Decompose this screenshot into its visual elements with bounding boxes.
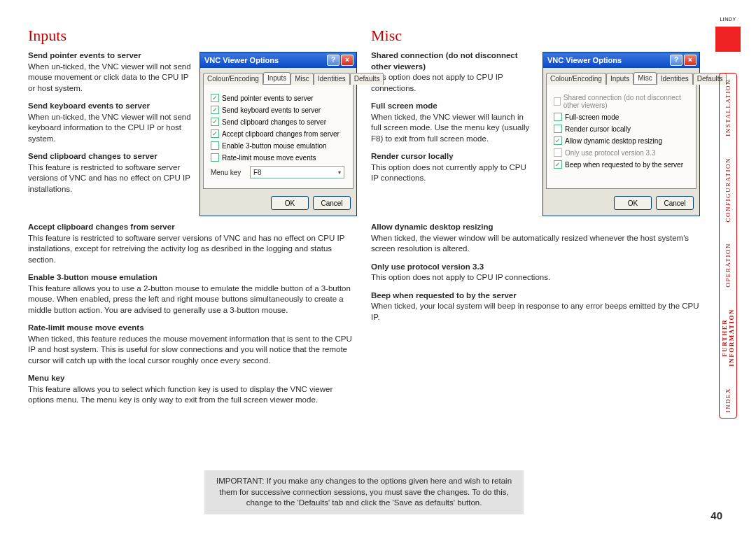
dialog-inputs-tabs: Colour/EncodingInputsMiscIdentitiesDefau… xyxy=(200,68,356,84)
sidebar-item-index[interactable]: INDEX xyxy=(724,388,732,413)
tab-colourencoding[interactable]: Colour/Encoding xyxy=(546,73,606,85)
paragraph: Enable 3-button mouse emulationThis feat… xyxy=(28,272,357,316)
para-body: When ticked, the viewer window will be a… xyxy=(371,234,689,253)
col-inputs: Inputs Send pointer events to serverWhen… xyxy=(28,27,357,413)
checkbox-label: Accept clipboard changes from server xyxy=(222,130,340,138)
tab-inputs[interactable]: Inputs xyxy=(606,73,634,85)
checkbox-label: Send pointer events to server xyxy=(222,94,314,102)
tab-identities[interactable]: Identities xyxy=(657,73,693,85)
para-body: When un-ticked, the VNC viewer will not … xyxy=(28,113,191,143)
menu-key-select[interactable]: F8▾ xyxy=(250,166,344,178)
close-icon[interactable]: × xyxy=(341,55,354,66)
tab-identities[interactable]: Identities xyxy=(314,73,350,85)
para-body: This feature is restricted to software s… xyxy=(28,234,344,264)
page-number: 40 xyxy=(710,510,722,521)
para-heading: Render cursor locally xyxy=(371,151,536,162)
tab-defaults[interactable]: Defaults xyxy=(350,73,384,85)
para-body: This feature allows you to select which … xyxy=(28,385,332,405)
heading-misc: Misc xyxy=(371,27,700,45)
checkbox-icon xyxy=(554,113,562,121)
checkbox-row[interactable]: Full-screen mode xyxy=(554,113,690,121)
checkbox-icon xyxy=(211,141,219,150)
checkbox-icon: ✓ xyxy=(211,118,219,126)
paragraph: Send clipboard changes to serverThis fea… xyxy=(28,151,192,195)
para-heading: Allow dynamic desktop resizing xyxy=(371,222,700,233)
checkbox-row[interactable]: Rate-limit mouse move events xyxy=(211,153,347,162)
para-heading: Shared connection (do not disconnect oth… xyxy=(371,50,536,72)
dialog-inputs-title: VNC Viewer Options xyxy=(204,56,326,64)
checkbox-row[interactable]: ✓Send clipboard changes to server xyxy=(211,118,347,126)
paragraph: Rate-limit mouse move eventsWhen ticked,… xyxy=(28,323,357,366)
sidebar-item-configuration[interactable]: CONFIGURATION xyxy=(724,157,732,223)
dialog-misc-title: VNC Viewer Options xyxy=(547,56,668,64)
sidebar: LINDY INDEXFURTHER INFORMATIONOPERATIONC… xyxy=(714,27,742,419)
tab-inputs[interactable]: Inputs xyxy=(263,72,290,84)
checkbox-row[interactable]: ✓Send keyboard events to server xyxy=(211,106,347,114)
paragraph: Render cursor locallyThis option does no… xyxy=(371,151,536,184)
checkbox-row[interactable]: ✓Beep when requested to by the server xyxy=(554,160,690,169)
cancel-button[interactable]: Cancel xyxy=(313,196,351,210)
ok-button[interactable]: OK xyxy=(614,196,652,210)
brand-text: LINDY xyxy=(720,17,736,22)
para-heading: Accept clipboard changes from server xyxy=(28,222,357,233)
dialog-misc-tabs: Colour/EncodingInputsMiscIdentitiesDefau… xyxy=(543,68,699,84)
checkbox-label: Shared connection (do not disconnect oth… xyxy=(564,94,690,109)
checkbox-label: Beep when requested to by the server xyxy=(565,161,683,169)
checkbox-row[interactable]: Render cursor locally xyxy=(554,125,690,133)
tab-colourencoding[interactable]: Colour/Encoding xyxy=(203,73,263,85)
checkbox-icon: ✓ xyxy=(554,136,562,145)
checkbox-icon xyxy=(211,153,219,162)
side-nav: INDEXFURTHER INFORMATIONOPERATIONCONFIGU… xyxy=(719,73,737,419)
para-heading: Menu key xyxy=(28,373,357,384)
sidebar-item-operation[interactable]: OPERATION xyxy=(724,243,732,288)
checkbox-row[interactable]: ✓Send pointer events to server xyxy=(211,94,347,102)
important-note: IMPORTANT: If you make any changes to th… xyxy=(204,470,524,514)
sidebar-item-further[interactable]: FURTHER INFORMATION xyxy=(721,309,735,367)
checkbox-row: Only use protocol version 3.3 xyxy=(554,148,690,157)
para-body: When ticked, the VNC viewer will launch … xyxy=(371,113,529,143)
checkbox-row: Shared connection (do not disconnect oth… xyxy=(554,94,690,109)
col-misc: Misc Shared connection (do not disconnec… xyxy=(371,27,700,413)
misc-top-text: Shared connection (do not disconnect oth… xyxy=(371,50,536,191)
checkbox-row[interactable]: Enable 3-button mouse emulation xyxy=(211,141,347,150)
para-body: When ticked, this feature reduces the mo… xyxy=(28,335,352,365)
para-heading: Full screen mode xyxy=(371,101,536,112)
checkbox-icon: ✓ xyxy=(211,129,219,138)
menu-key-value: F8 xyxy=(253,169,262,176)
misc-bottom-text: Allow dynamic desktop resizingWhen ticke… xyxy=(371,216,700,330)
brand-logo: LINDY xyxy=(715,27,741,52)
paragraph: Send pointer events to serverWhen un-tic… xyxy=(28,50,192,94)
dialog-inputs: VNC Viewer Options ? × Colour/EncodingIn… xyxy=(200,52,357,216)
para-heading: Send keyboard events to server xyxy=(28,101,192,112)
help-icon[interactable]: ? xyxy=(327,55,340,66)
menu-key-label: Menu key xyxy=(211,169,246,176)
cancel-button[interactable]: Cancel xyxy=(656,196,694,210)
close-icon[interactable]: × xyxy=(684,55,696,66)
para-body: When un-ticked, the VNC viewer will not … xyxy=(28,62,191,92)
checkbox-label: Send clipboard changes to server xyxy=(222,118,326,126)
checkbox-icon xyxy=(554,125,562,133)
checkbox-row[interactable]: ✓Accept clipboard changes from server xyxy=(211,129,347,138)
para-body: This option does not currently apply to … xyxy=(371,163,526,183)
checkbox-label: Send keyboard events to server xyxy=(222,106,321,114)
ok-button[interactable]: OK xyxy=(271,196,309,210)
inputs-bottom-text: Accept clipboard changes from serverThis… xyxy=(28,216,357,413)
tab-misc[interactable]: Misc xyxy=(290,73,314,85)
help-icon[interactable]: ? xyxy=(670,55,682,66)
chevron-down-icon: ▾ xyxy=(338,169,341,176)
tab-misc[interactable]: Misc xyxy=(634,72,657,84)
checkbox-icon: ✓ xyxy=(211,94,219,102)
para-body: When ticked, your local system will beep… xyxy=(371,302,699,321)
dialog-misc-body: Shared connection (do not disconnect oth… xyxy=(546,84,696,189)
checkbox-label: Enable 3-button mouse emulation xyxy=(222,142,327,150)
paragraph: Send keyboard events to serverWhen un-ti… xyxy=(28,101,192,144)
sidebar-item-installation[interactable]: INSTALLATION xyxy=(724,79,732,136)
checkbox-label: Only use protocol version 3.3 xyxy=(565,149,656,157)
checkbox-row[interactable]: ✓Allow dynamic desktop resizing xyxy=(554,136,690,145)
paragraph: Only use protocol version 3.3This option… xyxy=(371,262,700,283)
para-body: This option does not apply to CPU IP con… xyxy=(371,73,503,92)
checkbox-label: Rate-limit mouse move events xyxy=(222,154,316,162)
paragraph: Beep when requested to by the serverWhen… xyxy=(371,290,700,323)
para-heading: Send clipboard changes to server xyxy=(28,151,192,162)
paragraph: Shared connection (do not disconnect oth… xyxy=(371,50,536,94)
